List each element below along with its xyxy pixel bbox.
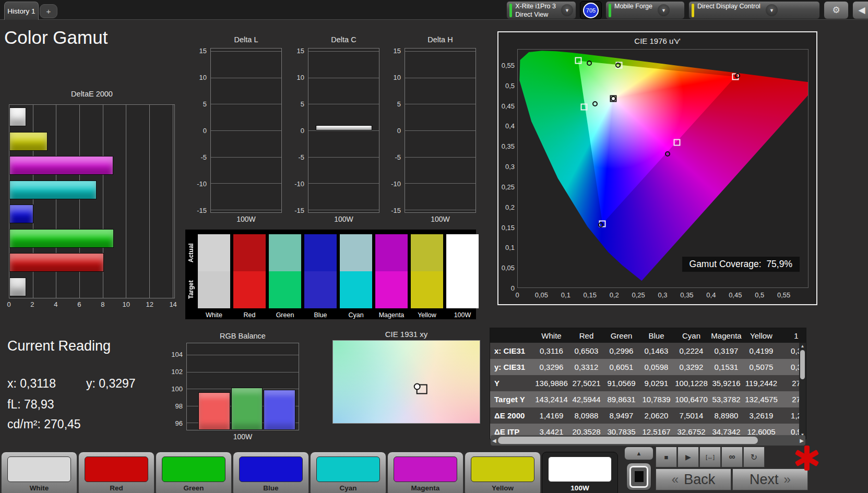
pattern-button-100w[interactable]: 100W — [542, 452, 618, 493]
pattern-swatch — [394, 456, 457, 482]
strip-target-swatch — [446, 271, 479, 308]
deltae-bar-100w — [9, 278, 26, 296]
table-cell: 132,4575 — [744, 391, 779, 407]
strip-target-swatch — [340, 271, 372, 308]
strip-swatch-label: Cyan — [340, 311, 372, 319]
tick-label: 0,05 — [535, 291, 548, 299]
table-cell: 7,5014 — [674, 407, 709, 424]
pattern-label: White — [2, 484, 77, 492]
table-cell: 53,3782 — [709, 391, 744, 407]
step-icon: [↔] — [706, 454, 715, 460]
continuous-button[interactable]: ∞ — [721, 447, 743, 467]
chevron-down-icon[interactable]: ▼ — [766, 4, 778, 16]
collapse-panel-icon[interactable]: ◀ — [852, 1, 868, 19]
tick-label: 0 — [397, 127, 401, 135]
strip-actual-swatch — [198, 234, 230, 271]
measured-marker-cyan — [592, 101, 598, 106]
strip-target-swatch — [269, 271, 301, 308]
pattern-window-button[interactable] — [626, 463, 651, 490]
reading-y: y: 0,3297 — [86, 377, 136, 391]
source-dropdown[interactable]: Mobile Forge ▼ — [605, 1, 685, 19]
table-cell: 0,6051 — [604, 359, 639, 375]
pattern-button-green[interactable]: Green — [156, 452, 232, 493]
bar-row — [9, 178, 174, 202]
tick-label: 0,5 — [505, 81, 515, 89]
pattern-button-red[interactable]: Red — [78, 452, 154, 493]
gridline — [211, 78, 281, 78]
tick-label: 0,55 — [502, 62, 515, 69]
table-cell: 8,8980 — [709, 407, 744, 424]
delta-h-chart — [405, 48, 476, 213]
scroll-left-icon[interactable]: ◀ — [492, 438, 496, 443]
strip-actual-swatch — [269, 234, 301, 271]
cie1976-x-axis: 00,050,10,150,20,250,30,350,40,450,50,55 — [517, 290, 808, 299]
table-col-header: White — [534, 328, 569, 343]
table-cell: 136,9886 — [534, 375, 569, 391]
scroll-right-icon[interactable]: ▶ — [800, 438, 804, 443]
pattern-button-magenta[interactable]: Magenta — [387, 452, 463, 493]
table-cell: 1,4169 — [534, 407, 569, 424]
tick-label: 96 — [175, 419, 183, 427]
stop-button[interactable]: ■ — [656, 447, 677, 467]
gear-icon[interactable]: ⚙ — [824, 1, 849, 19]
table-cell: 0,1531 — [709, 359, 744, 375]
refresh-button[interactable]: ↻ — [743, 447, 765, 467]
strip-target-swatch — [375, 271, 408, 308]
meter-status-indicator — [509, 4, 512, 17]
table-cell: 0,0598 — [639, 359, 674, 375]
pattern-bar: WhiteRedGreenBlueCyanMagentaYellow100W ▲… — [0, 444, 868, 493]
vertical-scroll-thumb[interactable] — [800, 350, 805, 379]
display-control-dropdown[interactable]: Direct Display Control ▼ — [688, 1, 820, 19]
deltae-bar-yellow — [9, 132, 47, 151]
tick-label: 0,45 — [729, 291, 742, 299]
step-button[interactable]: [↔] — [699, 447, 721, 467]
measured-marker-white — [611, 96, 616, 101]
tick-label: 0,35 — [680, 291, 693, 299]
table-cell: 2,0620 — [639, 407, 674, 424]
table-row: Target Y143,241442,594489,863110,7839100… — [490, 391, 806, 407]
table-horizontal-scrollbar[interactable]: ◀ ▶ — [491, 435, 805, 446]
table-col-header: 1 — [779, 328, 806, 343]
pattern-button-white[interactable]: White — [1, 452, 77, 493]
strip-swatch-cyan: Cyan — [340, 234, 372, 319]
horizontal-scroll-thumb[interactable] — [498, 437, 758, 444]
scroll-up-icon[interactable]: ▲ — [801, 343, 805, 350]
tick-label: -10 — [197, 179, 207, 187]
pattern-swatch — [162, 456, 225, 482]
measured-marker-yellow — [615, 63, 621, 68]
play-button[interactable]: ▶ — [677, 447, 699, 467]
table-cell: 0,4199 — [744, 343, 779, 359]
strip-swatch-label: Red — [233, 311, 266, 319]
tick-label: 104 — [171, 351, 183, 358]
meter-dropdown[interactable]: X-Rite i1Pro 3 Direct View ▼ — [506, 1, 576, 19]
table-cell: 119,2442 — [744, 375, 779, 391]
table-col-header — [490, 328, 534, 343]
tab-history-1[interactable]: History 1 — [4, 2, 39, 20]
table-cell: 8,9497 — [604, 407, 639, 424]
pattern-button-yellow[interactable]: Yellow — [465, 452, 541, 493]
delta-l-x-label: 100W — [210, 215, 282, 223]
tick-label: -15 — [197, 206, 207, 214]
tick-label: 0,3 — [505, 163, 515, 171]
table-vertical-scrollbar[interactable]: ▲ ▼ — [799, 343, 806, 439]
pattern-window-up-button[interactable]: ▲ — [624, 447, 653, 460]
next-button[interactable]: Next » — [732, 468, 808, 490]
table-cell: 3,2619 — [744, 407, 779, 424]
table-cell: 8,0988 — [569, 407, 604, 424]
table-cell: 143,2414 — [534, 391, 569, 407]
gridline — [308, 157, 379, 158]
strip-swatch-label: White — [198, 311, 230, 319]
chevron-down-icon[interactable]: ▼ — [561, 4, 573, 16]
tick-label: 0 — [7, 300, 10, 308]
top-bar: History 1 + X-Rite i1Pro 3 Direct View ▼… — [0, 0, 868, 20]
back-button[interactable]: « Back — [656, 468, 731, 490]
pattern-button-cyan[interactable]: Cyan — [310, 452, 386, 493]
table-col-header: Blue — [639, 328, 674, 343]
table-cell: 0,2996 — [604, 343, 639, 359]
deltae-bar-magenta — [9, 156, 113, 175]
add-tab-button[interactable]: + — [40, 4, 57, 18]
table-row-header: y: CIE31 — [490, 359, 534, 375]
pattern-button-blue[interactable]: Blue — [233, 452, 309, 493]
strip-actual-swatch — [340, 234, 372, 271]
chevron-down-icon[interactable]: ▼ — [658, 4, 670, 16]
